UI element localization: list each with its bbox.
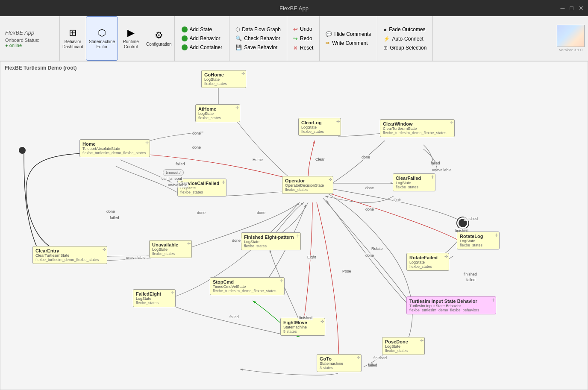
check-behavior-btn[interactable]: 🔍 Check Behavior: [234, 35, 282, 42]
reset-icon: ✕: [293, 45, 298, 51]
state-node-TurtlesimInput[interactable]: ✛ Turtlesim Input State Behavior Turtles…: [406, 296, 496, 314]
move-handle[interactable]: ✛: [357, 355, 360, 360]
data-flow-graph-btn[interactable]: ⬡ Data Flow Graph: [234, 26, 282, 33]
move-handle[interactable]: ✛: [431, 175, 434, 179]
edge-label-failed3: failed: [109, 215, 120, 220]
auto-connect-btn[interactable]: ⚡ Auto-Connect: [382, 35, 428, 43]
state-node-StopCmd[interactable]: ✛ StopCmd TimedCmdVelState flexbe_turtle…: [210, 277, 285, 295]
state-node-ClearWindow[interactable]: ✛ ClearWindow ClearTurtlesimState flexbe…: [380, 119, 455, 137]
state-node-ClearEntry[interactable]: ✛ ClearEntry ClearTurtlesimState flexbe_…: [32, 246, 107, 264]
edge-label-done-cell: done: [106, 209, 116, 214]
fade-outcomes-icon: ●: [383, 26, 387, 33]
add-behavior-btn[interactable]: Add Behavior: [180, 35, 224, 42]
edge-label-done1: done: [191, 131, 202, 136]
behavior-dashboard-icon: ⊞: [69, 27, 76, 38]
edge-label-done3: done: [196, 210, 206, 215]
move-handle[interactable]: ✛: [145, 141, 149, 145]
canvas-title: FlexBE Turtlesim Demo (root): [5, 65, 76, 71]
state-node-Operator[interactable]: ✛ Operator OperatorDecisionState flexbe_…: [282, 176, 333, 194]
state-node-GoHome[interactable]: ✛ GoHome LogState flexbe_states: [201, 70, 246, 88]
node-title: PoseDone: [385, 339, 422, 344]
edge-label-finished4: finished: [373, 355, 388, 361]
close-button[interactable]: ✕: [579, 5, 584, 12]
state-node-AtHome[interactable]: ✛ AtHome LogState flexbe_states: [195, 104, 240, 122]
edges-svg: [0, 62, 588, 390]
configuration-label: Configuration: [146, 42, 171, 47]
redo-btn[interactable]: ↪ Redo: [291, 35, 315, 43]
edge-label-Rotate: Rotate: [370, 246, 384, 251]
move-handle[interactable]: ✛: [329, 177, 332, 182]
add-actions-group: Add State Add Behavior Add Container: [175, 16, 230, 61]
state-node-PoseDone[interactable]: ✛ PoseDone LogState flexbe_states: [382, 337, 425, 355]
move-handle[interactable]: ✛: [171, 290, 174, 295]
state-node-Unavailable[interactable]: ✛ Unavailable LogState flexbe_states: [149, 240, 192, 258]
online-status: ● online: [5, 43, 54, 48]
behavior-dashboard-btn[interactable]: ⊞ BehaviorDashboard: [60, 16, 86, 61]
check-behavior-icon: 🔍: [235, 35, 242, 41]
state-node-ClearFailed[interactable]: ✛ ClearFailed LogState flexbe_states: [393, 173, 435, 191]
node-pkg: flexbe_states: [152, 252, 189, 256]
edge-label-done4: done: [256, 210, 266, 215]
node-type: LogState: [198, 111, 237, 116]
move-handle[interactable]: ✛: [280, 279, 283, 283]
add-state-btn[interactable]: Add State: [180, 26, 224, 33]
node-pkg: flexbe_turtlesim_demo_flexbe_states: [35, 258, 104, 262]
fade-outcomes-btn[interactable]: ● Fade Outcomes: [382, 26, 428, 34]
move-handle[interactable]: ✛: [495, 233, 498, 238]
node-pkg: flexbe_states: [460, 243, 497, 247]
move-handle[interactable]: ✛: [450, 120, 453, 125]
state-node-ServiceCallFailed[interactable]: ✛ ServiceCallFailed LogState flexbe_stat…: [177, 179, 226, 196]
move-handle[interactable]: ✛: [103, 247, 106, 252]
save-behavior-label: Save Behavior: [244, 44, 277, 50]
canvas-area[interactable]: FlexBE Turtlesim Demo (root): [0, 61, 588, 390]
state-node-EightMove[interactable]: ✛ EightMove Statemachine 5 states: [280, 318, 325, 336]
data-flow-graph-icon: ⬡: [235, 26, 240, 32]
state-node-GoTo[interactable]: ✛ GoTo Statemachine 3 states: [317, 354, 362, 372]
save-behavior-btn[interactable]: 💾 Save Behavior: [234, 44, 282, 51]
move-handle[interactable]: ✛: [222, 180, 225, 185]
edge-label-unavail3: unavailable: [125, 255, 147, 260]
group-selection-btn[interactable]: ⊞ Group Selection: [382, 44, 428, 52]
maximize-button[interactable]: □: [570, 5, 573, 12]
move-handle[interactable]: ✛: [296, 234, 300, 238]
edge-label-Home: Home: [252, 157, 264, 162]
edge-label-Quit: Quit: [393, 197, 402, 202]
move-handle[interactable]: ✛: [187, 241, 191, 246]
edge-label-done5: done: [361, 155, 371, 160]
version-text: Version: 3.1.0: [559, 48, 582, 52]
node-title: RotateLog: [460, 234, 497, 239]
add-container-btn[interactable]: Add Container: [180, 44, 224, 51]
minimize-button[interactable]: ─: [561, 5, 565, 12]
move-handle[interactable]: ✛: [491, 298, 495, 302]
state-node-RotateFailed[interactable]: ✛ RotateFailed LogState flexbe_states: [406, 253, 449, 271]
statemachine-editor-btn[interactable]: ⬡ StatemachineEditor: [86, 16, 118, 61]
hide-comments-btn[interactable]: 💬 Hide Comments: [324, 30, 373, 38]
main-area: FlexBE Turtlesim Demo (root): [0, 61, 588, 390]
node-type: LogState: [136, 296, 173, 301]
write-comment-icon: ✏: [326, 40, 330, 46]
move-handle[interactable]: ✛: [444, 254, 448, 259]
state-node-FinishedEight[interactable]: ✛ Finished Eight-pattern LogState flexbe…: [241, 232, 301, 250]
configuration-btn[interactable]: ⚙ Configuration: [144, 16, 174, 61]
node-pkg: flexbe_states: [396, 185, 432, 189]
move-handle[interactable]: ✛: [320, 319, 324, 324]
move-handle[interactable]: ✛: [235, 106, 239, 110]
state-node-FailedEight[interactable]: ✛ FailedEight LogState flexbe_states: [133, 289, 176, 307]
window-controls[interactable]: ─ □ ✕: [561, 5, 584, 12]
reset-btn[interactable]: ✕ Reset: [291, 44, 315, 52]
auto-connect-label: Auto-Connect: [392, 36, 423, 42]
move-handle[interactable]: ✛: [241, 71, 245, 76]
write-comment-btn[interactable]: ✏ Write Comment: [324, 39, 373, 47]
runtime-control-btn[interactable]: ▶ RuntimeControl: [118, 16, 144, 61]
move-handle[interactable]: ✛: [420, 338, 423, 343]
auto-connect-icon: ⚡: [383, 36, 390, 42]
edge-label-done9: done: [231, 238, 241, 243]
move-handle[interactable]: ✛: [336, 119, 340, 124]
state-node-ClearLog[interactable]: ✛ ClearLog LogState flexbe_states: [298, 118, 341, 136]
state-node-RotateLog[interactable]: ✛ RotateLog LogState flexbe_states: [457, 232, 500, 249]
start-node: [19, 147, 26, 154]
node-pkg: 5 states: [283, 329, 322, 334]
state-node-Home[interactable]: ✛ Home TeleportAbsoluteState flexbe_turt…: [79, 139, 150, 157]
undo-btn[interactable]: ↩ Undo: [291, 25, 315, 33]
app-title: FlexBE App: [279, 5, 309, 12]
